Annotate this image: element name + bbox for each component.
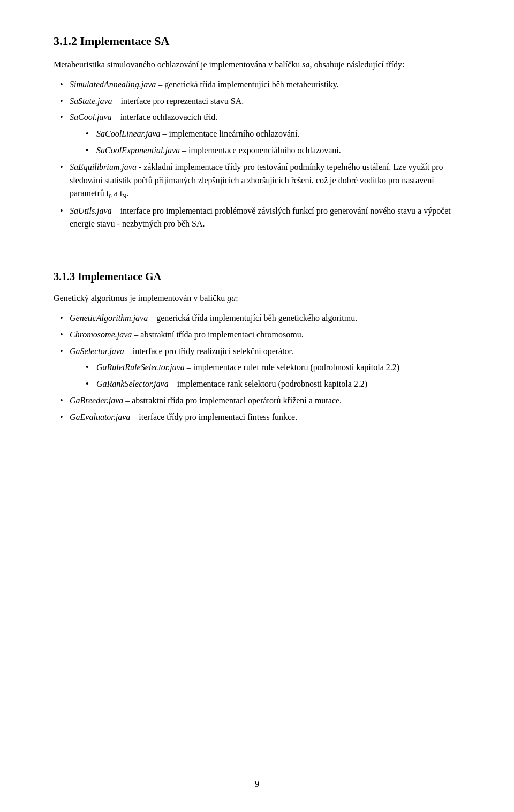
item-desc: – implementace rank selektoru (podrobnos… xyxy=(169,379,367,388)
list-item: SaCoolLinear.java – implementace lineárn… xyxy=(70,127,460,141)
list-item: GaSelector.java – interface pro třídy re… xyxy=(54,345,460,391)
section-spacer xyxy=(54,247,460,268)
item-class-name: GaSelector.java xyxy=(70,347,124,356)
item-desc: – interface pro reprezentaci stavu SA. xyxy=(112,96,244,106)
list-item: GaBreeder.java – abstraktní třída pro im… xyxy=(54,394,460,408)
sa-list: SimulatedAnnealing.java – generická tříd… xyxy=(54,78,460,231)
list-item: SimulatedAnnealing.java – generická tříd… xyxy=(54,78,460,92)
item-class-name: SaState.java xyxy=(70,96,112,106)
list-item: GeneticAlgorithm.java – generická třída … xyxy=(54,312,460,325)
list-item: SaCool.java – interface ochlazovacích tř… xyxy=(54,111,460,157)
item-class-name: SaCool.java xyxy=(70,112,112,122)
list-item: SaUtils.java – interface pro implementac… xyxy=(54,205,460,231)
item-class-name: SaCoolLinear.java xyxy=(96,129,161,138)
item-class-name: Chromosome.java xyxy=(70,330,132,339)
item-class-name: SaUtils.java xyxy=(70,206,112,215)
item-desc: – implementace exponenciálního ochlazova… xyxy=(180,146,341,155)
item-class-name: GaRankSelector.java xyxy=(96,379,169,388)
item-class-name: GaBreeder.java xyxy=(70,396,123,405)
ga-sublist: GaRuletRuleSelector.java – implementace … xyxy=(70,361,460,391)
item-desc: – generická třída implementující běh gen… xyxy=(148,313,357,322)
item-class-name: SaEquilibrium.java xyxy=(70,162,137,171)
list-item: GaRankSelector.java – implementace rank … xyxy=(70,378,460,391)
subscript-n: N xyxy=(122,193,126,200)
intro-sa: Metaheuristika simulovaného ochlazování … xyxy=(54,58,460,72)
list-item: SaState.java – interface pro reprezentac… xyxy=(54,95,460,108)
list-item: GaEvaluator.java – iterface třídy pro im… xyxy=(54,411,460,424)
ga-list: GeneticAlgorithm.java – generická třída … xyxy=(54,312,460,424)
item-desc: – abstraktní třída pro implementaci oper… xyxy=(123,396,342,405)
item-desc: – interface pro třídy realizující selekč… xyxy=(124,347,293,356)
item-desc: – generická třída implementující běh met… xyxy=(156,80,339,89)
sa-sublist: SaCoolLinear.java – implementace lineárn… xyxy=(70,127,460,157)
heading-ga: 3.1.3 Implementace GA xyxy=(54,268,460,284)
heading-sa: 3.1.2 Implementace SA xyxy=(54,32,460,50)
subscript-0: 0 xyxy=(109,193,112,200)
page: 3.1.2 Implementace SA Metaheuristika sim… xyxy=(0,0,514,812)
list-item: SaCoolExponential.java – implementace ex… xyxy=(70,144,460,157)
item-class-name: SaCoolExponential.java xyxy=(96,146,180,155)
item-desc: – iterface třídy pro implementaci fintes… xyxy=(130,412,297,422)
section-ga: 3.1.3 Implementace GA Genetický algoritm… xyxy=(54,268,460,424)
item-desc: – interface ochlazovacích tříd. xyxy=(112,112,218,122)
list-item: Chromosome.java – abstraktní třída pro i… xyxy=(54,328,460,342)
item-desc: – implementace lineárního ochlazování. xyxy=(161,129,300,138)
list-item: SaEquilibrium.java - základní implementa… xyxy=(54,161,460,201)
item-desc: – abstraktní třída pro implementaci chro… xyxy=(132,330,303,339)
item-class-name: GaRuletRuleSelector.java xyxy=(96,363,185,372)
item-desc: – interface pro implementaci problémově … xyxy=(70,206,451,229)
item-class-name: GeneticAlgorithm.java xyxy=(70,313,148,322)
item-class-name: GaEvaluator.java xyxy=(70,412,130,422)
item-desc: – implementace rulet rule selektoru (pod… xyxy=(185,363,399,372)
section-sa: 3.1.2 Implementace SA Metaheuristika sim… xyxy=(54,32,460,231)
list-item: GaRuletRuleSelector.java – implementace … xyxy=(70,361,460,374)
intro-ga: Genetický algoritmus je implementován v … xyxy=(54,292,460,305)
item-class-name: SimulatedAnnealing.java xyxy=(70,80,156,89)
page-number: 9 xyxy=(255,778,259,791)
